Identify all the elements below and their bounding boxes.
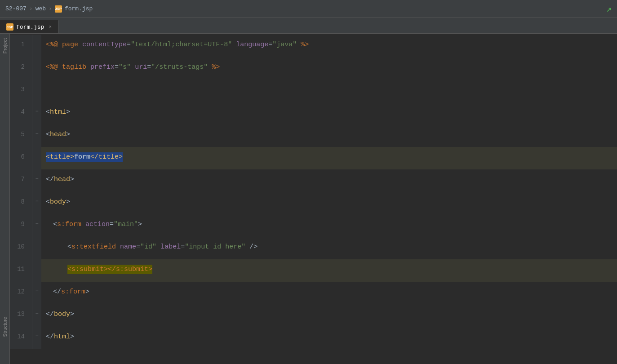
line-number: 14 [10,327,32,349]
code-line: 4−<html> [10,102,617,124]
breadcrumb-folder: web [36,5,46,12]
code-line: 5−<head> [10,124,617,147]
tab-close-button[interactable]: × [49,24,52,30]
code-line: 6<title>form</title> [10,147,617,169]
line-content: <s:submit></s:submit> [41,259,617,282]
code-line: 13−</body> [10,304,617,327]
line-content: <%@ page contentType="text/html;charset=… [41,35,617,57]
line-content: <html> [41,102,617,124]
line-number: 1 [10,35,32,57]
line-content [41,80,617,102]
line-number: 6 [10,147,32,169]
tab-label: form.jsp [16,24,44,31]
line-number: 9 [10,214,32,237]
code-editor[interactable]: 1<%@ page contentType="text/html;charset… [10,34,617,364]
fold-gutter[interactable]: − [32,124,41,147]
title-bar: S2-007 › web › JSP form.jsp ↗ [0,0,617,18]
line-number: 2 [10,57,32,80]
fold-gutter [32,35,41,57]
line-content: <body> [41,192,617,214]
tab-file-icon: JSP [6,23,13,31]
code-line: 9−<s:form action="main"> [10,214,617,237]
code-line: 14−</html> [10,327,617,349]
breadcrumb: S2-007 › web › JSP form.jsp [5,5,93,13]
breadcrumb-sep1: › [29,5,33,12]
navigate-icon[interactable]: ↗ [606,3,612,14]
line-content: <%@ taglib prefix="s" uri="/struts-tags"… [41,57,617,80]
fold-gutter[interactable]: − [32,304,41,327]
code-line: 11<s:submit></s:submit> [10,259,617,282]
structure-panel-label: Structure [2,317,8,337]
code-line: 2<%@ taglib prefix="s" uri="/struts-tags… [10,57,617,80]
fold-gutter[interactable]: − [32,214,41,237]
code-line: 3 [10,80,617,102]
line-number: 7 [10,169,32,192]
left-sidebar: Project Structure [0,34,10,364]
line-content: <head> [41,124,617,147]
fold-gutter [32,80,41,102]
breadcrumb-project: S2-007 [5,5,27,12]
tab-bar: JSP form.jsp × [0,18,617,34]
fold-gutter [32,57,41,80]
code-line: 1<%@ page contentType="text/html;charset… [10,35,617,57]
code-line: 8−<body> [10,192,617,214]
code-line: 12−</s:form> [10,282,617,304]
code-line: 10<s:textfield name="id" label="input id… [10,237,617,259]
file-type-icon-jsp: JSP [55,5,62,13]
line-content: </s:form> [41,282,617,304]
line-number: 10 [10,237,32,259]
fold-gutter[interactable]: − [32,282,41,304]
line-content: <s:textfield name="id" label="input id h… [41,237,617,259]
fold-gutter[interactable]: − [32,169,41,192]
code-lines: 1<%@ page contentType="text/html;charset… [10,35,617,349]
line-number: 13 [10,304,32,327]
project-panel-label: Project [2,38,8,53]
main-layout: Project Structure 1<%@ page contentType=… [0,34,617,364]
line-number: 5 [10,124,32,147]
line-content: </html> [41,327,617,349]
code-line: 7−</head> [10,169,617,192]
line-number: 3 [10,80,32,102]
fold-gutter[interactable]: − [32,327,41,349]
fold-gutter[interactable]: − [32,102,41,124]
line-content: <title>form</title> [41,147,617,169]
breadcrumb-file: form.jsp [65,5,93,12]
fold-gutter[interactable]: − [32,192,41,214]
title-bar-actions: ↗ [606,3,612,14]
breadcrumb-sep2: › [49,5,52,12]
line-number: 12 [10,282,32,304]
line-number: 8 [10,192,32,214]
line-content: <s:form action="main"> [41,214,617,237]
fold-gutter [32,237,41,259]
line-content: </body> [41,304,617,327]
line-number: 11 [10,259,32,282]
line-number: 4 [10,102,32,124]
tab-form-jsp[interactable]: JSP form.jsp × [0,20,58,33]
line-content: </head> [41,169,617,192]
fold-gutter [32,147,41,169]
fold-gutter [32,259,41,282]
